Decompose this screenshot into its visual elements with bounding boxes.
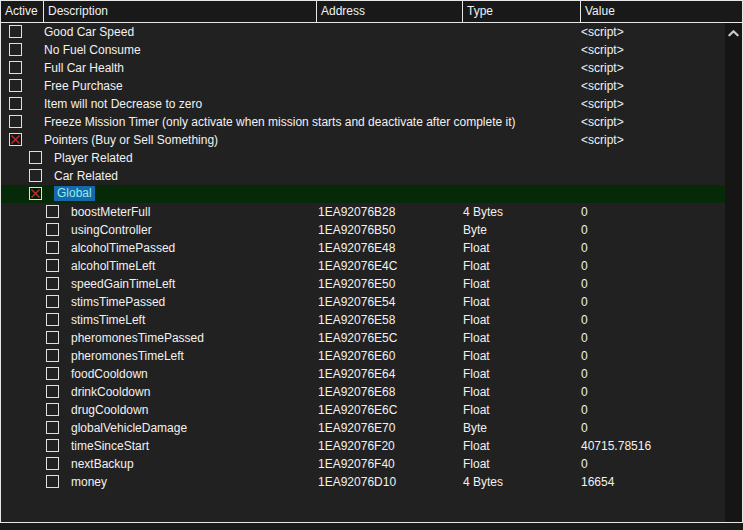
value-cell[interactable]: 0 — [581, 347, 588, 365]
table-row[interactable]: drugCooldown1EA92076E6CFloat0 — [1, 401, 725, 419]
value-cell[interactable]: 0 — [581, 329, 588, 347]
active-checkbox[interactable] — [46, 367, 59, 380]
active-checkbox-checked[interactable] — [9, 133, 22, 146]
address-cell: 1EA92076E70 — [318, 419, 395, 437]
value-cell[interactable]: 0 — [581, 221, 588, 239]
table-row[interactable]: Item will not Decrease to zero<script> — [1, 95, 725, 113]
active-checkbox[interactable] — [46, 295, 59, 308]
value-cell[interactable]: 0 — [581, 203, 588, 221]
table-row[interactable]: Full Car Health<script> — [1, 59, 725, 77]
address-cell: 1EA92076E64 — [318, 365, 395, 383]
value-cell[interactable]: 0 — [581, 293, 588, 311]
table-row[interactable]: boostMeterFull1EA92076B284 Bytes0 — [1, 203, 725, 221]
value-cell[interactable]: 0 — [581, 419, 588, 437]
active-checkbox[interactable] — [46, 475, 59, 488]
active-checkbox[interactable] — [9, 115, 22, 128]
active-checkbox[interactable] — [29, 151, 42, 164]
address-cell: 1EA92076F20 — [318, 437, 395, 455]
address-cell: 1EA92076E58 — [318, 311, 395, 329]
table-row[interactable]: Player Related — [1, 149, 725, 167]
column-header-description[interactable]: Description — [43, 1, 316, 22]
description-label: Free Purchase — [44, 77, 123, 95]
active-checkbox[interactable] — [46, 205, 59, 218]
address-cell: 1EA92076E48 — [318, 239, 395, 257]
value-cell[interactable]: <script> — [581, 77, 624, 95]
value-cell[interactable]: <script> — [581, 59, 624, 77]
value-cell[interactable]: <script> — [581, 113, 624, 131]
active-checkbox[interactable] — [29, 169, 42, 182]
table-row[interactable]: pheromonesTimeLeft1EA92076E60Float0 — [1, 347, 725, 365]
active-checkbox[interactable] — [46, 241, 59, 254]
value-cell[interactable]: <script> — [581, 23, 624, 41]
description-label: globalVehicleDamage — [71, 419, 187, 437]
column-header-active[interactable]: Active — [1, 1, 43, 22]
active-checkbox[interactable] — [46, 349, 59, 362]
table-row[interactable]: pheromonesTimePassed1EA92076E5CFloat0 — [1, 329, 725, 347]
table-row[interactable]: globalVehicleDamage1EA92076E70Byte0 — [1, 419, 725, 437]
active-checkbox-checked[interactable] — [29, 187, 42, 200]
address-list-panel: Active Description Address Type Value Go… — [0, 0, 743, 523]
active-checkbox[interactable] — [46, 277, 59, 290]
type-cell: Byte — [463, 419, 487, 437]
table-row[interactable]: alcoholTimeLeft1EA92076E4CFloat0 — [1, 257, 725, 275]
type-cell: Float — [463, 455, 490, 473]
value-cell[interactable]: 40715.78516 — [581, 437, 651, 455]
column-header-type[interactable]: Type — [462, 1, 580, 22]
active-checkbox[interactable] — [9, 25, 22, 38]
table-row[interactable]: foodCooldown1EA92076E64Float0 — [1, 365, 725, 383]
table-row[interactable]: Freeze Mission Timer (only activate when… — [1, 113, 725, 131]
value-cell[interactable]: <script> — [581, 131, 624, 149]
active-checkbox[interactable] — [46, 385, 59, 398]
description-label: Car Related — [54, 167, 118, 185]
value-cell[interactable]: <script> — [581, 41, 624, 59]
vertical-scrollbar[interactable] — [725, 23, 742, 522]
table-row[interactable]: No Fuel Consume<script> — [1, 41, 725, 59]
table-row[interactable]: drinkCooldown1EA92076E68Float0 — [1, 383, 725, 401]
value-cell[interactable]: 0 — [581, 239, 588, 257]
value-cell[interactable]: 16654 — [581, 473, 614, 491]
active-checkbox[interactable] — [46, 331, 59, 344]
value-cell[interactable]: 0 — [581, 275, 588, 293]
table-row[interactable]: nextBackup1EA92076F40Float0 — [1, 455, 725, 473]
value-cell[interactable]: 0 — [581, 401, 588, 419]
address-cell: 1EA92076E54 — [318, 293, 395, 311]
active-checkbox[interactable] — [9, 97, 22, 110]
table-row[interactable]: Pointers (Buy or Sell Something)<script> — [1, 131, 725, 149]
table-row[interactable]: timeSinceStart1EA92076F20Float40715.7851… — [1, 437, 725, 455]
address-cell: 1EA92076E4C — [318, 257, 397, 275]
active-checkbox[interactable] — [9, 61, 22, 74]
column-header-address[interactable]: Address — [316, 1, 462, 22]
scroll-up-button[interactable] — [725, 25, 742, 41]
table-row[interactable]: stimsTimeLeft1EA92076E58Float0 — [1, 311, 725, 329]
active-checkbox[interactable] — [46, 223, 59, 236]
active-checkbox[interactable] — [9, 43, 22, 56]
column-header-value[interactable]: Value — [580, 1, 742, 22]
table-row[interactable]: Good Car Speed<script> — [1, 23, 725, 41]
active-checkbox[interactable] — [46, 457, 59, 470]
value-cell[interactable]: 0 — [581, 257, 588, 275]
active-checkbox[interactable] — [46, 421, 59, 434]
table-row[interactable]: Global — [1, 185, 725, 203]
active-checkbox[interactable] — [46, 403, 59, 416]
table-row[interactable]: speedGainTimeLeft1EA92076E50Float0 — [1, 275, 725, 293]
value-cell[interactable]: 0 — [581, 455, 588, 473]
description-label: speedGainTimeLeft — [71, 275, 175, 293]
table-row[interactable]: alcoholTimePassed1EA92076E48Float0 — [1, 239, 725, 257]
table-row[interactable]: money1EA92076D104 Bytes16654 — [1, 473, 725, 491]
type-cell: Float — [463, 329, 490, 347]
table-row[interactable]: stimsTimePassed1EA92076E54Float0 — [1, 293, 725, 311]
active-checkbox[interactable] — [9, 79, 22, 92]
value-cell[interactable]: 0 — [581, 365, 588, 383]
value-cell[interactable]: <script> — [581, 95, 624, 113]
active-checkbox[interactable] — [46, 439, 59, 452]
active-checkbox[interactable] — [46, 259, 59, 272]
table-row[interactable]: Free Purchase<script> — [1, 77, 725, 95]
address-cell: 1EA92076B28 — [318, 203, 395, 221]
type-cell: Float — [463, 293, 490, 311]
table-row[interactable]: Car Related — [1, 167, 725, 185]
value-cell[interactable]: 0 — [581, 383, 588, 401]
active-checkbox[interactable] — [46, 313, 59, 326]
table-row[interactable]: usingController1EA92076B50Byte0 — [1, 221, 725, 239]
value-cell[interactable]: 0 — [581, 311, 588, 329]
description-label: usingController — [71, 221, 152, 239]
